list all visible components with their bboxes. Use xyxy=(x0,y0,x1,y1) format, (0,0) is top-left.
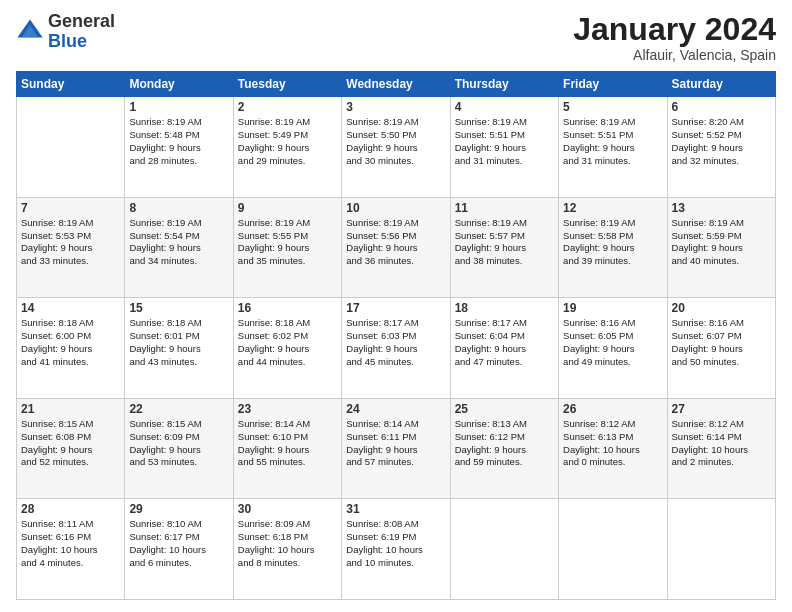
calendar-cell: 9Sunrise: 8:19 AMSunset: 5:55 PMDaylight… xyxy=(233,197,341,298)
calendar-cell: 21Sunrise: 8:15 AMSunset: 6:08 PMDayligh… xyxy=(17,398,125,499)
calendar-cell: 25Sunrise: 8:13 AMSunset: 6:12 PMDayligh… xyxy=(450,398,558,499)
day-info: Sunrise: 8:19 AMSunset: 5:56 PMDaylight:… xyxy=(346,217,445,268)
day-info: Sunrise: 8:19 AMSunset: 5:49 PMDaylight:… xyxy=(238,116,337,167)
day-info: Sunrise: 8:14 AMSunset: 6:10 PMDaylight:… xyxy=(238,418,337,469)
day-number: 28 xyxy=(21,502,120,516)
day-info: Sunrise: 8:18 AMSunset: 6:01 PMDaylight:… xyxy=(129,317,228,368)
day-number: 8 xyxy=(129,201,228,215)
day-number: 27 xyxy=(672,402,771,416)
day-info: Sunrise: 8:18 AMSunset: 6:02 PMDaylight:… xyxy=(238,317,337,368)
calendar-cell: 19Sunrise: 8:16 AMSunset: 6:05 PMDayligh… xyxy=(559,298,667,399)
calendar-week-5: 28Sunrise: 8:11 AMSunset: 6:16 PMDayligh… xyxy=(17,499,776,600)
weekday-header-tuesday: Tuesday xyxy=(233,72,341,97)
day-number: 5 xyxy=(563,100,662,114)
calendar-cell: 11Sunrise: 8:19 AMSunset: 5:57 PMDayligh… xyxy=(450,197,558,298)
day-number: 7 xyxy=(21,201,120,215)
day-number: 2 xyxy=(238,100,337,114)
calendar-cell: 24Sunrise: 8:14 AMSunset: 6:11 PMDayligh… xyxy=(342,398,450,499)
calendar-cell: 29Sunrise: 8:10 AMSunset: 6:17 PMDayligh… xyxy=(125,499,233,600)
day-number: 22 xyxy=(129,402,228,416)
weekday-header-row: SundayMondayTuesdayWednesdayThursdayFrid… xyxy=(17,72,776,97)
day-number: 14 xyxy=(21,301,120,315)
calendar-cell: 4Sunrise: 8:19 AMSunset: 5:51 PMDaylight… xyxy=(450,97,558,198)
calendar-week-4: 21Sunrise: 8:15 AMSunset: 6:08 PMDayligh… xyxy=(17,398,776,499)
calendar-cell: 13Sunrise: 8:19 AMSunset: 5:59 PMDayligh… xyxy=(667,197,775,298)
calendar-cell: 20Sunrise: 8:16 AMSunset: 6:07 PMDayligh… xyxy=(667,298,775,399)
logo: General Blue xyxy=(16,12,115,52)
day-info: Sunrise: 8:14 AMSunset: 6:11 PMDaylight:… xyxy=(346,418,445,469)
calendar-cell: 17Sunrise: 8:17 AMSunset: 6:03 PMDayligh… xyxy=(342,298,450,399)
calendar-cell: 15Sunrise: 8:18 AMSunset: 6:01 PMDayligh… xyxy=(125,298,233,399)
day-number: 11 xyxy=(455,201,554,215)
day-number: 23 xyxy=(238,402,337,416)
calendar-cell: 30Sunrise: 8:09 AMSunset: 6:18 PMDayligh… xyxy=(233,499,341,600)
weekday-header-wednesday: Wednesday xyxy=(342,72,450,97)
day-info: Sunrise: 8:19 AMSunset: 5:55 PMDaylight:… xyxy=(238,217,337,268)
calendar-cell: 23Sunrise: 8:14 AMSunset: 6:10 PMDayligh… xyxy=(233,398,341,499)
calendar-cell xyxy=(17,97,125,198)
header: General Blue January 2024 Alfauir, Valen… xyxy=(16,12,776,63)
day-number: 13 xyxy=(672,201,771,215)
day-info: Sunrise: 8:17 AMSunset: 6:04 PMDaylight:… xyxy=(455,317,554,368)
day-info: Sunrise: 8:19 AMSunset: 5:50 PMDaylight:… xyxy=(346,116,445,167)
day-number: 19 xyxy=(563,301,662,315)
weekday-header-saturday: Saturday xyxy=(667,72,775,97)
day-info: Sunrise: 8:10 AMSunset: 6:17 PMDaylight:… xyxy=(129,518,228,569)
day-info: Sunrise: 8:18 AMSunset: 6:00 PMDaylight:… xyxy=(21,317,120,368)
day-info: Sunrise: 8:19 AMSunset: 5:51 PMDaylight:… xyxy=(455,116,554,167)
day-info: Sunrise: 8:17 AMSunset: 6:03 PMDaylight:… xyxy=(346,317,445,368)
calendar-cell: 31Sunrise: 8:08 AMSunset: 6:19 PMDayligh… xyxy=(342,499,450,600)
calendar-week-1: 1Sunrise: 8:19 AMSunset: 5:48 PMDaylight… xyxy=(17,97,776,198)
day-number: 12 xyxy=(563,201,662,215)
day-number: 29 xyxy=(129,502,228,516)
day-number: 3 xyxy=(346,100,445,114)
calendar-cell: 5Sunrise: 8:19 AMSunset: 5:51 PMDaylight… xyxy=(559,97,667,198)
calendar-cell: 22Sunrise: 8:15 AMSunset: 6:09 PMDayligh… xyxy=(125,398,233,499)
day-info: Sunrise: 8:12 AMSunset: 6:13 PMDaylight:… xyxy=(563,418,662,469)
logo-blue: Blue xyxy=(48,31,87,51)
day-info: Sunrise: 8:16 AMSunset: 6:07 PMDaylight:… xyxy=(672,317,771,368)
calendar-cell: 14Sunrise: 8:18 AMSunset: 6:00 PMDayligh… xyxy=(17,298,125,399)
day-number: 30 xyxy=(238,502,337,516)
weekday-header-monday: Monday xyxy=(125,72,233,97)
subtitle: Alfauir, Valencia, Spain xyxy=(573,47,776,63)
logo-general: General xyxy=(48,11,115,31)
day-number: 1 xyxy=(129,100,228,114)
day-number: 25 xyxy=(455,402,554,416)
day-info: Sunrise: 8:20 AMSunset: 5:52 PMDaylight:… xyxy=(672,116,771,167)
day-number: 4 xyxy=(455,100,554,114)
day-number: 20 xyxy=(672,301,771,315)
calendar-cell xyxy=(559,499,667,600)
day-info: Sunrise: 8:19 AMSunset: 5:48 PMDaylight:… xyxy=(129,116,228,167)
day-number: 31 xyxy=(346,502,445,516)
calendar-cell: 10Sunrise: 8:19 AMSunset: 5:56 PMDayligh… xyxy=(342,197,450,298)
title-area: January 2024 Alfauir, Valencia, Spain xyxy=(573,12,776,63)
calendar-table: SundayMondayTuesdayWednesdayThursdayFrid… xyxy=(16,71,776,600)
calendar-cell: 3Sunrise: 8:19 AMSunset: 5:50 PMDaylight… xyxy=(342,97,450,198)
day-number: 24 xyxy=(346,402,445,416)
weekday-header-thursday: Thursday xyxy=(450,72,558,97)
day-number: 26 xyxy=(563,402,662,416)
day-info: Sunrise: 8:19 AMSunset: 5:57 PMDaylight:… xyxy=(455,217,554,268)
calendar-cell xyxy=(450,499,558,600)
calendar-cell: 2Sunrise: 8:19 AMSunset: 5:49 PMDaylight… xyxy=(233,97,341,198)
day-number: 16 xyxy=(238,301,337,315)
day-info: Sunrise: 8:12 AMSunset: 6:14 PMDaylight:… xyxy=(672,418,771,469)
day-number: 15 xyxy=(129,301,228,315)
day-number: 17 xyxy=(346,301,445,315)
calendar-cell: 8Sunrise: 8:19 AMSunset: 5:54 PMDaylight… xyxy=(125,197,233,298)
page: General Blue January 2024 Alfauir, Valen… xyxy=(0,0,792,612)
day-info: Sunrise: 8:16 AMSunset: 6:05 PMDaylight:… xyxy=(563,317,662,368)
day-number: 21 xyxy=(21,402,120,416)
day-info: Sunrise: 8:15 AMSunset: 6:08 PMDaylight:… xyxy=(21,418,120,469)
calendar-cell: 18Sunrise: 8:17 AMSunset: 6:04 PMDayligh… xyxy=(450,298,558,399)
weekday-header-friday: Friday xyxy=(559,72,667,97)
day-info: Sunrise: 8:13 AMSunset: 6:12 PMDaylight:… xyxy=(455,418,554,469)
day-info: Sunrise: 8:09 AMSunset: 6:18 PMDaylight:… xyxy=(238,518,337,569)
day-info: Sunrise: 8:15 AMSunset: 6:09 PMDaylight:… xyxy=(129,418,228,469)
calendar-cell: 6Sunrise: 8:20 AMSunset: 5:52 PMDaylight… xyxy=(667,97,775,198)
day-number: 18 xyxy=(455,301,554,315)
day-number: 6 xyxy=(672,100,771,114)
calendar-cell xyxy=(667,499,775,600)
day-info: Sunrise: 8:19 AMSunset: 5:54 PMDaylight:… xyxy=(129,217,228,268)
